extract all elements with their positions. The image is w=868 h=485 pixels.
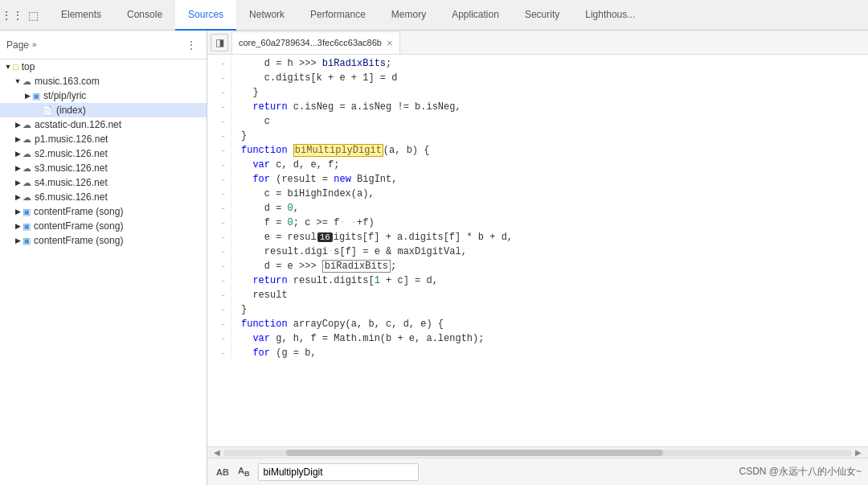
arrow-acstatic: ▶ (13, 121, 23, 129)
tree-label-music163: music.163.com (35, 76, 100, 87)
code-line: - } (207, 302, 868, 317)
tree-item-s4music[interactable]: ▶ ☁ s4.music.126.net (0, 175, 207, 190)
file-tab-close-icon[interactable]: × (387, 37, 393, 49)
code-line: - var c, d, e, f; (207, 158, 868, 172)
code-line: - for (result = new BigInt, (207, 172, 868, 187)
code-line: - d = 0, (207, 201, 868, 216)
arrow-stpiplyric: ▶ (23, 92, 32, 100)
tree-label-top: top (22, 61, 35, 72)
file-tree: ▼ □ top ▼ ☁ music.163.com ▶ ▣ st/pip/lyr… (0, 60, 207, 485)
tree-item-s2music[interactable]: ▶ ☁ s2.music.126.net (0, 146, 207, 161)
tree-label-acstatic: acstatic-dun.126.net (35, 119, 121, 130)
open-file-tab[interactable]: core_60a2789634...3fec6cc63ac86b × (231, 31, 400, 54)
tree-item-index[interactable]: ▶ 📄 (index) (0, 103, 207, 117)
tab-security[interactable]: Security (512, 0, 572, 31)
folder-icon-top: □ (13, 62, 18, 72)
tab-lighthouse[interactable]: Lighthous... (572, 0, 648, 31)
sidebar-toggle-icon[interactable]: ◨ (211, 34, 228, 51)
file-tab-name: core_60a2789634...3fec6cc63ac86b (239, 38, 382, 47)
hscroll-right-arrow[interactable]: ▶ (852, 447, 865, 458)
tab-performance[interactable]: Performance (297, 0, 379, 31)
code-line: - c.digits[k + e + 1] = d (207, 71, 868, 85)
folder-icon-stpiplyric: ▣ (32, 91, 40, 101)
code-line: - result (207, 288, 868, 302)
cloud-icon-s3music: ☁ (23, 163, 31, 174)
hscroll-track (223, 450, 852, 456)
page-label: Page (6, 39, 29, 51)
cloud-icon-s4music: ☁ (23, 178, 31, 188)
hscroll-thumb[interactable] (286, 450, 663, 456)
tab-elements[interactable]: Elements (48, 0, 114, 31)
search-input[interactable] (258, 463, 419, 481)
folder-icon-contentframe3: ▣ (23, 236, 31, 246)
tab-network[interactable]: Network (236, 0, 297, 31)
cloud-icon-acstatic: ☁ (23, 120, 31, 130)
tree-item-p1music[interactable]: ▶ ☁ p1.music.126.net (0, 132, 207, 146)
dock-icon[interactable]: ⬚ (24, 6, 42, 24)
code-line: - var g, h, f = Math.min(b + e, a.length… (207, 331, 868, 346)
arrow-s6music: ▶ (13, 193, 23, 201)
hscroll-left-arrow[interactable]: ◀ (211, 447, 223, 458)
tree-label-s2music: s2.music.126.net (35, 148, 108, 159)
tree-label-stpiplyric: st/pip/lyric (43, 90, 86, 101)
main-layout: Page » ⋮ ▼ □ top ▼ ☁ music.163.com ▶ ▣ (0, 31, 868, 485)
tree-item-s6music[interactable]: ▶ ☁ s6.music.126.net (0, 190, 207, 204)
code-line: - c = biHighIndex(a), (207, 187, 868, 201)
cloud-icon-s2music: ☁ (23, 149, 31, 159)
devtools-menu-icon[interactable]: ⋮⋮ (3, 6, 21, 24)
tree-label-contentframe3: contentFrame (song) (34, 235, 123, 246)
tree-label-contentframe2: contentFrame (song) (34, 220, 123, 232)
code-line: - f = 0; c >= f· ·+f) (207, 216, 868, 230)
tree-label-index: (index) (56, 105, 86, 116)
tree-item-music163[interactable]: ▼ ☁ music.163.com (0, 74, 207, 88)
code-area[interactable]: - d = h >>> biRadixBits; - c.digits[k + … (207, 55, 868, 446)
tab-console[interactable]: Console (114, 0, 175, 31)
tree-item-contentframe2[interactable]: ▶ ▣ contentFrame (song) (0, 219, 207, 233)
search-ab-icon: AB (214, 463, 231, 481)
folder-icon-contentframe2: ▣ (23, 221, 31, 232)
arrow-top: ▼ (3, 63, 13, 71)
left-panel-header: Page » ⋮ (0, 31, 207, 60)
code-line: - result.digi·s[f] = e & maxDigitVal, (207, 245, 868, 259)
tree-label-s3music: s3.music.126.net (35, 162, 108, 174)
tree-item-s3music[interactable]: ▶ ☁ s3.music.126.net (0, 161, 207, 175)
tab-application[interactable]: Application (439, 0, 512, 31)
arrow-s2music: ▶ (13, 150, 23, 158)
code-line: - e = resul16igits[f] + a.digits[f] * b … (207, 230, 868, 245)
tree-label-s6music: s6.music.126.net (35, 191, 108, 203)
tree-item-contentframe3[interactable]: ▶ ▣ contentFrame (song) (0, 233, 207, 248)
arrow-p1music: ▶ (13, 135, 23, 143)
cloud-icon-p1music: ☁ (23, 134, 31, 145)
file-tab-bar: ◨ core_60a2789634...3fec6cc63ac86b × (207, 31, 868, 55)
tab-memory[interactable]: Memory (379, 0, 439, 31)
code-line: - } (207, 129, 868, 143)
cloud-icon-music163: ☁ (23, 76, 31, 87)
left-panel: Page » ⋮ ▼ □ top ▼ ☁ music.163.com ▶ ▣ (0, 31, 207, 485)
arrow-s4music: ▶ (13, 179, 23, 187)
folder-icon-contentframe1: ▣ (23, 207, 31, 217)
code-line: - for (g = b, (207, 346, 868, 360)
code-line: - function arrayCopy(a, b, c, d, e) { (207, 317, 868, 331)
file-icon-index: 📄 (42, 105, 53, 116)
code-panel: ◨ core_60a2789634...3fec6cc63ac86b × - d… (207, 31, 868, 485)
tree-item-contentframe1[interactable]: ▶ ▣ contentFrame (song) (0, 204, 207, 219)
code-line: - return result.digits[1 + c] = d, (207, 273, 868, 288)
more-pages-icon[interactable]: » (32, 40, 37, 49)
code-line: - } (207, 85, 868, 100)
tree-item-acstatic[interactable]: ▶ ☁ acstatic-dun.126.net (0, 117, 207, 132)
panel-menu-icon[interactable]: ⋮ (182, 36, 200, 54)
cloud-icon-s6music: ☁ (23, 192, 31, 203)
bottom-right-text: CSDN @永远十八的小仙女~ (739, 465, 862, 479)
tree-item-top[interactable]: ▼ □ top (0, 60, 207, 74)
tree-label-p1music: p1.music.126.net (35, 134, 108, 145)
bottom-bar: AB AB CSDN @永远十八的小仙女~ (207, 458, 868, 485)
code-line: - d = h >>> biRadixBits; (207, 56, 868, 71)
hscroll-bar[interactable]: ◀ ▶ (207, 446, 868, 458)
tree-label-s4music: s4.music.126.net (35, 177, 108, 188)
tab-bar: ⋮⋮ ⬚ Elements Console Sources Network Pe… (0, 0, 868, 31)
tab-sources[interactable]: Sources (175, 0, 236, 31)
code-line: - d = e >>> biRadixBits; (207, 259, 868, 273)
arrow-contentframe1: ▶ (13, 208, 23, 216)
tree-item-stpiplyric[interactable]: ▶ ▣ st/pip/lyric (0, 88, 207, 103)
tree-label-contentframe1: contentFrame (song) (34, 206, 123, 217)
